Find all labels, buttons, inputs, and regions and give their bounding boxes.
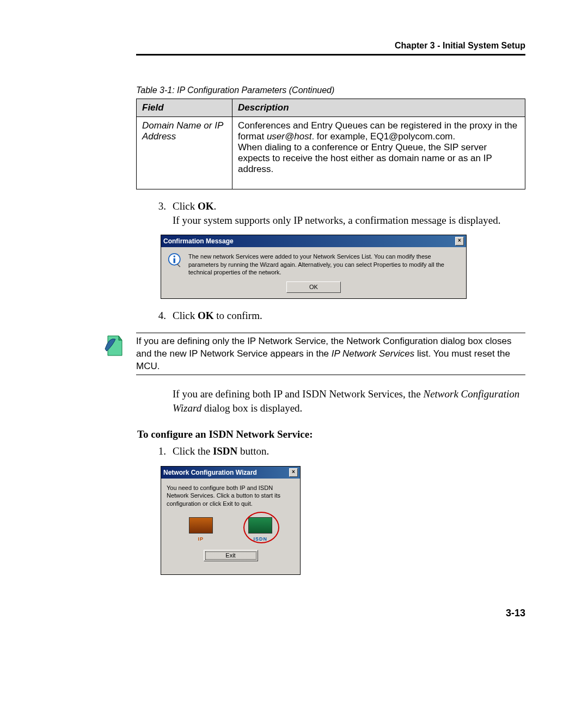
after-note-p1: If you are defining both IP and ISDN Net… [173, 388, 423, 400]
after-note-p2: dialog box is displayed. [201, 402, 302, 414]
confirmation-dialog: Confirmation Message × The new network S… [161, 235, 467, 299]
note-text: If you are defining only the IP Network … [136, 333, 525, 376]
header-rule [136, 54, 525, 56]
ip-label: IP [185, 536, 217, 542]
step3-num: 3. [136, 199, 173, 227]
isdn-chip-icon [248, 517, 272, 534]
isdn-button[interactable]: ISDN [244, 517, 276, 542]
page-header: Chapter 3 - Initial System Setup [136, 41, 525, 51]
wizard-dialog: Network Configuration Wizard × You need … [161, 466, 301, 575]
step3-pre: Click [173, 200, 198, 212]
desc-p2: When dialing to a conference or Entry Qu… [238, 142, 492, 174]
wizard-titlebar: Network Configuration Wizard × [161, 467, 300, 479]
step3-bold: OK [198, 200, 214, 212]
page-number: 3-13 [136, 608, 525, 619]
th-field: Field [137, 99, 232, 117]
step4-num: 4. [136, 309, 173, 323]
step-3: 3. Click OK. If your system supports onl… [136, 199, 525, 227]
dialog-title: Confirmation Message [163, 237, 234, 246]
step4-pre: Click [173, 310, 198, 321]
wizard-message: You need to configure both IP and ISDN N… [167, 484, 295, 507]
isdn-heading: To configure an ISDN Network Service: [137, 427, 525, 442]
step-4: 4. Click OK to confirm. [136, 309, 525, 323]
svg-point-1 [174, 256, 176, 258]
ip-button[interactable]: IP [185, 517, 217, 542]
close-icon[interactable]: × [455, 237, 464, 246]
ok-button[interactable]: OK [286, 281, 341, 293]
dialog-titlebar: Confirmation Message × [161, 235, 466, 247]
isdn-step-1: 1. Click the ISDN button. [136, 444, 525, 458]
step3-line2: If your system supports only IP networks… [173, 214, 500, 226]
isdn-label: ISDN [244, 536, 276, 542]
note-row: If you are defining only the IP Network … [103, 333, 525, 376]
isdn-step1-num: 1. [136, 444, 173, 458]
step4-post: to confirm. [213, 310, 262, 321]
note-icon [103, 333, 125, 359]
svg-rect-2 [174, 259, 176, 263]
note-italic: IP Network Services [332, 348, 414, 359]
isdn-step1-post: button. [237, 445, 269, 457]
after-note-para: If you are defining both IP and ISDN Net… [136, 387, 525, 415]
isdn-step1-bold: ISDN [213, 445, 237, 457]
td-field: Domain Name or IP Address [137, 117, 232, 189]
exit-button[interactable]: Exit [204, 550, 258, 561]
ip-chip-icon [189, 517, 213, 534]
close-icon[interactable]: × [289, 468, 298, 477]
dialog-message: The new network Services were added to y… [188, 253, 460, 276]
table-caption: Table 3-1: IP Configuration Parameters (… [136, 85, 525, 95]
desc-text2: . for example, EQ1@polycom.com. [311, 131, 455, 142]
step3-post: . [213, 200, 216, 212]
desc-italic: user@host [267, 131, 311, 142]
info-icon [168, 253, 183, 268]
step4-bold: OK [198, 310, 214, 321]
wizard-title: Network Configuration Wizard [163, 468, 257, 477]
td-desc: Conferences and Entry Queues can be regi… [232, 117, 525, 189]
isdn-step1-pre: Click the [173, 445, 213, 457]
th-desc: Description [232, 99, 525, 117]
param-table: Field Description Domain Name or IP Addr… [136, 99, 525, 189]
